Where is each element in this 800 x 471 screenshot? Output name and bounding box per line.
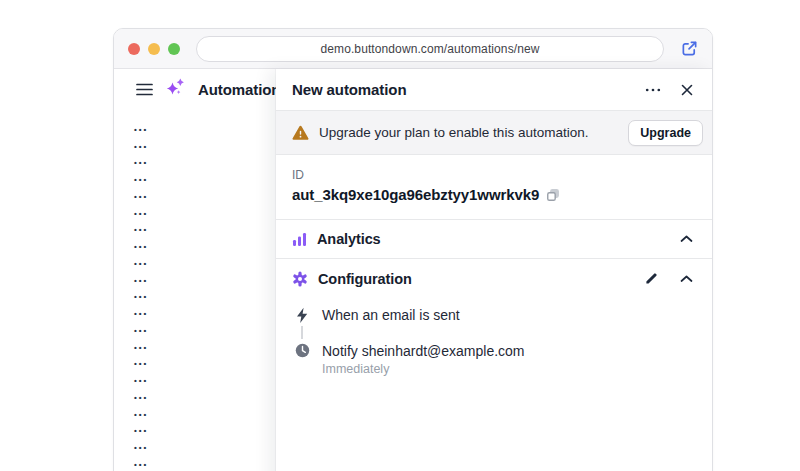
new-automation-panel: New automation (276, 69, 713, 471)
analytics-label: Analytics (317, 231, 381, 247)
minimize-traffic-light[interactable] (148, 43, 160, 55)
gear-icon (292, 271, 308, 287)
app-header: Automations (114, 69, 289, 109)
page-title: Automations (198, 81, 289, 98)
sidebar-skeleton-row: ••• (134, 372, 148, 389)
sidebar-skeleton-row: ••• (134, 171, 148, 188)
traffic-lights (128, 43, 180, 55)
screenshot-canvas: demo.buttondown.com/automations/new (0, 0, 800, 471)
url-bar[interactable]: demo.buttondown.com/automations/new (196, 36, 664, 62)
copy-icon[interactable] (546, 188, 560, 202)
lightning-icon (294, 305, 310, 324)
sidebar-skeleton-row: ••• (134, 322, 148, 339)
analytics-section-header[interactable]: Analytics (276, 220, 713, 259)
edit-pencil-icon[interactable] (641, 268, 662, 289)
configuration-label: Configuration (318, 271, 412, 287)
sidebar-skeleton: ••••••••••••••••••••••••••••••••••••••••… (134, 121, 148, 471)
sidebar-skeleton-row: ••• (134, 155, 148, 172)
configuration-timeline: When an email is sent Notify sheinhardt@… (276, 298, 713, 376)
browser-window: demo.buttondown.com/automations/new (113, 28, 713, 471)
sidebar-skeleton-row: ••• (134, 121, 148, 138)
sidebar-skeleton-row: ••• (134, 439, 148, 456)
id-section: ID aut_3kq9xe10ga96ebztyy1wwrkvk9 (276, 155, 713, 219)
panel-header: New automation (276, 69, 713, 111)
id-label: ID (292, 168, 697, 182)
hamburger-menu-icon[interactable] (136, 83, 153, 96)
action-detail-text: Immediately (322, 362, 525, 376)
close-traffic-light[interactable] (128, 43, 140, 55)
banner-text: Upgrade your plan to enable this automat… (319, 125, 588, 140)
sidebar-skeleton-row: ••• (134, 289, 148, 306)
sidebar-skeleton-row: ••• (134, 456, 148, 471)
automation-id-value: aut_3kq9xe10ga96ebztyy1wwrkvk9 (292, 186, 539, 203)
sidebar-skeleton-row: ••• (134, 406, 148, 423)
more-options-icon[interactable] (641, 84, 665, 96)
clock-icon (294, 341, 310, 358)
collapse-analytics-chevron-icon[interactable] (676, 231, 697, 247)
sidebar-skeleton-row: ••• (134, 423, 148, 440)
zoom-traffic-light[interactable] (168, 43, 180, 55)
sidebar-skeleton-row: ••• (134, 238, 148, 255)
sidebar-skeleton-row: ••• (134, 272, 148, 289)
sidebar-skeleton-row: ••• (134, 339, 148, 356)
warning-icon (292, 125, 309, 141)
open-external-icon[interactable] (680, 40, 698, 58)
trigger-step: When an email is sent (294, 305, 697, 324)
sidebar-skeleton-row: ••• (134, 356, 148, 373)
timeline-connector (301, 326, 303, 339)
sparkles-icon (166, 78, 185, 100)
sidebar-skeleton-row: ••• (134, 222, 148, 239)
sidebar-skeleton-row: ••• (134, 138, 148, 155)
sidebar-skeleton-row: ••• (134, 255, 148, 272)
configuration-section-header[interactable]: Configuration (276, 259, 713, 298)
url-text: demo.buttondown.com/automations/new (321, 42, 540, 56)
action-step: Notify sheinhardt@example.com Immediatel… (294, 341, 697, 376)
upgrade-banner: Upgrade your plan to enable this automat… (276, 111, 713, 155)
sidebar-skeleton-row: ••• (134, 305, 148, 322)
sidebar-skeleton-row: ••• (134, 188, 148, 205)
browser-chrome: demo.buttondown.com/automations/new (114, 29, 712, 69)
collapse-configuration-chevron-icon[interactable] (676, 271, 697, 287)
sidebar-skeleton-row: ••• (134, 389, 148, 406)
close-icon[interactable] (677, 80, 697, 100)
upgrade-button[interactable]: Upgrade (628, 120, 703, 146)
panel-title: New automation (292, 81, 406, 98)
action-text: Notify sheinhardt@example.com (322, 341, 525, 359)
bar-chart-icon (292, 232, 307, 247)
sidebar-skeleton-row: ••• (134, 205, 148, 222)
trigger-text: When an email is sent (322, 305, 460, 323)
